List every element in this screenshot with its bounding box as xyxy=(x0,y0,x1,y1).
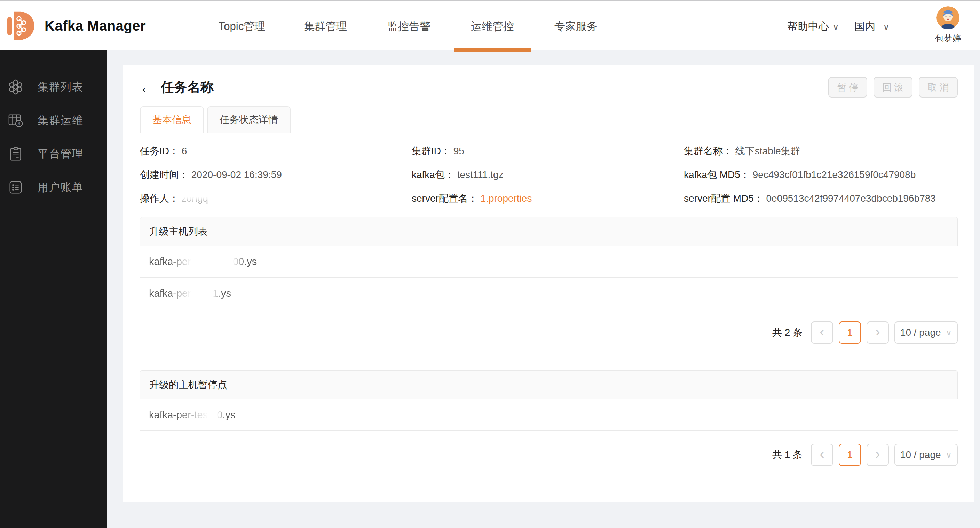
page-size-select[interactable]: 10 / page ∨ xyxy=(894,321,958,344)
cancel-button[interactable]: 取 消 xyxy=(919,77,958,97)
prev-page-button[interactable]: ‹ xyxy=(811,321,833,344)
nav-cluster-management[interactable]: 集群管理 xyxy=(284,2,367,51)
cluster-ops-icon: $ xyxy=(8,113,24,129)
pause-point-pagination: 共 1 条 ‹ 1 › 10 / page ∨ xyxy=(772,444,958,466)
section-header: 升级的主机暂停点 xyxy=(140,370,958,399)
chevron-down-icon: ∨ xyxy=(946,328,952,338)
task-info-grid: 任务ID： 6 集群ID： 95 集群名称： 线下stable集群 创建时间： … xyxy=(140,139,958,211)
total-count: 共 2 条 xyxy=(772,326,802,339)
app-title: Kafka Manager xyxy=(45,2,146,51)
tab-task-status-detail[interactable]: 任务状态详情 xyxy=(207,106,291,133)
field-task-id: 任务ID： 6 xyxy=(140,145,412,158)
total-count: 共 1 条 xyxy=(772,448,802,461)
nav-expert-service[interactable]: 专家服务 xyxy=(534,2,618,51)
nav-topic-management[interactable]: Topic管理 xyxy=(200,2,284,51)
page-size-select[interactable]: 10 / page ∨ xyxy=(894,444,958,466)
kafka-manager-logo xyxy=(6,9,40,43)
sidebar-item-platform-admin[interactable]: 平台管理 xyxy=(0,137,107,171)
sidebar-item-label: 用户账单 xyxy=(38,180,84,195)
field-operator: 操作人： zongq xyxy=(140,192,412,205)
user-avatar[interactable] xyxy=(937,6,959,29)
task-actions: 暂 停 回 滚 取 消 xyxy=(828,77,958,97)
detail-tabbar: 基本信息 任务状态详情 xyxy=(140,105,958,133)
hostname: kafka-per00.ys xyxy=(149,256,257,268)
sidebar-item-cluster-ops[interactable]: $ 集群运维 xyxy=(0,104,107,137)
section-title: 升级主机列表 xyxy=(149,225,208,238)
chevron-down-icon: ∨ xyxy=(883,22,889,32)
field-kafka-package-md5: kafka包 MD5： 9ec493cf01fb1c21e326159f0c47… xyxy=(684,168,958,182)
platform-admin-icon xyxy=(8,146,24,162)
table-row: kafka-per-tes0.ys xyxy=(140,399,958,431)
help-center-menu[interactable]: 帮助中心∨ xyxy=(787,2,839,51)
back-button[interactable]: ← xyxy=(139,75,155,99)
page-number-button[interactable]: 1 xyxy=(839,444,861,466)
hostname: kafka-per1.ys xyxy=(149,288,231,299)
upgrade-host-list-section: 升级主机列表 kafka-per00.ys kafka-per1.ys xyxy=(140,217,958,309)
field-server-config-md5: server配置 MD5： 0e09513c42f9974407e3dbceb1… xyxy=(684,192,958,205)
user-bill-icon xyxy=(8,179,24,195)
chevron-down-icon: ∨ xyxy=(946,450,952,460)
tab-basic-info[interactable]: 基本信息 xyxy=(140,106,204,133)
avatar-image xyxy=(937,6,959,29)
left-sidebar: 集群列表 $ 集群运维 平台管理 xyxy=(0,50,107,528)
prev-page-button[interactable]: ‹ xyxy=(811,444,833,466)
upgrade-pause-point-section: 升级的主机暂停点 kafka-per-tes0.ys xyxy=(140,370,958,431)
page-title: 任务名称 xyxy=(161,75,214,99)
table-row: kafka-per00.ys xyxy=(140,246,958,278)
pause-button[interactable]: 暂 停 xyxy=(828,77,867,97)
region-selector[interactable]: 国内∨ xyxy=(854,2,889,51)
chevron-left-icon: ‹ xyxy=(819,447,824,463)
table-row: kafka-per1.ys xyxy=(140,278,958,309)
field-create-time: 创建时间： 2020-09-02 16:39:59 xyxy=(140,168,412,182)
chevron-right-icon: › xyxy=(875,325,880,341)
task-detail-card: ← 任务名称 暂 停 回 滚 取 消 基本信息 任务状态详情 任务ID： 6 集… xyxy=(123,65,974,501)
section-header: 升级主机列表 xyxy=(140,217,958,246)
server-config-link[interactable]: 1.properties xyxy=(480,193,532,204)
host-list-pagination: 共 2 条 ‹ 1 › 10 / page ∨ xyxy=(772,321,958,344)
sidebar-item-user-bill[interactable]: 用户账单 xyxy=(0,171,107,204)
sidebar-item-cluster-list[interactable]: 集群列表 xyxy=(0,70,107,104)
sidebar-item-label: 集群列表 xyxy=(38,80,84,94)
username-label: 包梦婷 xyxy=(919,33,977,44)
top-header: Kafka Manager Topic管理 集群管理 监控告警 运维管控 专家服… xyxy=(0,0,980,50)
page-number-button[interactable]: 1 xyxy=(839,321,861,344)
sidebar-item-label: 平台管理 xyxy=(38,147,84,161)
sidebar-item-label: 集群运维 xyxy=(38,113,84,128)
rollback-button[interactable]: 回 滚 xyxy=(873,77,913,97)
field-server-config-name: server配置名： 1.properties xyxy=(412,192,684,205)
chevron-left-icon: ‹ xyxy=(819,325,824,341)
nav-monitor-alert[interactable]: 监控告警 xyxy=(367,2,451,51)
field-cluster-id: 集群ID： 95 xyxy=(412,145,684,158)
section-title: 升级的主机暂停点 xyxy=(149,378,227,391)
hostname: kafka-per-tes0.ys xyxy=(149,409,235,421)
next-page-button[interactable]: › xyxy=(867,444,889,466)
cluster-list-icon xyxy=(8,79,24,95)
field-kafka-package: kafka包： test111.tgz xyxy=(412,168,684,182)
nav-ops-control[interactable]: 运维管控 xyxy=(451,2,534,51)
chevron-right-icon: › xyxy=(875,447,880,463)
next-page-button[interactable]: › xyxy=(867,321,889,344)
field-cluster-name: 集群名称： 线下stable集群 xyxy=(684,145,958,158)
kafka-manager-app: { "colors":{"accent":"#ED7B2F","link":"#… xyxy=(0,0,980,528)
svg-text:$: $ xyxy=(18,121,21,126)
top-navigation: Topic管理 集群管理 监控告警 运维管控 专家服务 xyxy=(200,2,618,51)
chevron-down-icon: ∨ xyxy=(832,22,839,32)
